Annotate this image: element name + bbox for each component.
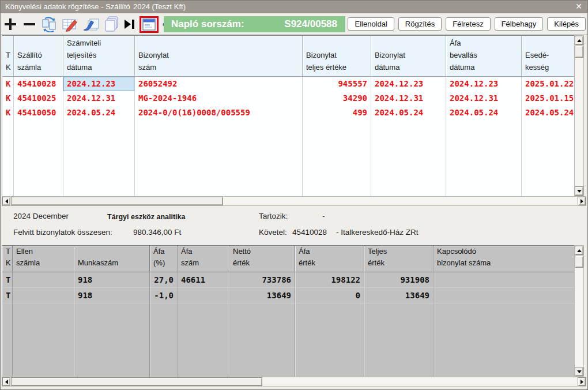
upper-vscroll-thumb[interactable]: [575, 46, 583, 58]
analytics-label: Tárgyi eszköz analitika: [107, 213, 185, 221]
add-record-icon[interactable]: [3, 17, 18, 32]
last-record-icon[interactable]: [123, 18, 135, 31]
col-header-afa-szam: Áfaszám: [178, 245, 229, 272]
lower-vscroll-thumb[interactable]: [575, 256, 583, 268]
cell-esedekesseg[interactable]: 2025.01.22: [522, 77, 575, 91]
invoice-grid: TK Szállítószámla Számviteliteljesítésdá…: [2, 35, 574, 196]
cell-tk[interactable]: T: [2, 288, 13, 303]
cell-bizonylat-szam[interactable]: MG-2024-1946: [135, 91, 303, 106]
toolbar-icons: [3, 13, 178, 35]
cell-afa-szam[interactable]: 46611: [178, 272, 229, 288]
cell-netto-ertek[interactable]: 13649: [229, 288, 295, 303]
cell-afa-pct[interactable]: 27,0: [150, 272, 178, 288]
window-title: Könyvelési adatok rögzítése - Szállító: [5, 2, 130, 11]
col-header-munkaszam: Munkaszám: [74, 245, 150, 272]
journal-number-bar: Napló sorszám: S924/00588: [164, 16, 345, 32]
total-label: Felvitt bizonylatok összesen:: [13, 228, 112, 237]
scroll-right-icon[interactable]: [578, 197, 586, 205]
edit-record-icon[interactable]: [62, 17, 78, 32]
scroll-up-icon[interactable]: [575, 246, 583, 255]
cell-szallito-szamla[interactable]: 45410050: [14, 106, 63, 120]
col-header-afa-pct: Áfa(%): [150, 245, 178, 272]
cell-teljesites-datum[interactable]: 2024.05.24: [63, 106, 135, 120]
scroll-right-icon[interactable]: [578, 377, 586, 386]
scroll-down-icon[interactable]: [575, 367, 583, 376]
lower-vertical-scrollbar[interactable]: [574, 245, 584, 377]
cell-esedekesseg[interactable]: 2024.05.24: [522, 106, 575, 120]
scroll-down-icon[interactable]: [575, 186, 583, 196]
col-header-bizonylat-datuma: Bizonylatdátuma: [371, 35, 446, 77]
cell-munkaszam[interactable]: 918: [74, 288, 150, 303]
cell-afa-pct[interactable]: -1,0: [150, 288, 178, 303]
cell-kapcsolodo[interactable]: [434, 272, 575, 288]
selected-cell-teljesites-datum[interactable]: 2024.12.23: [63, 77, 135, 91]
kilepes-button[interactable]: Kilépés: [547, 17, 586, 31]
col-header-bizonylat-szam: Bizonylatszám: [135, 35, 303, 77]
tartozik-label: Tartozik:: [259, 212, 288, 220]
copy-records-icon[interactable]: [41, 17, 58, 32]
cell-teljes-ertek[interactable]: 34290: [303, 91, 371, 106]
journal-number-label: Napló sorszám:: [171, 18, 244, 30]
sign-record-icon[interactable]: [82, 17, 99, 32]
scroll-left-icon[interactable]: [2, 197, 10, 205]
cell-bizonylat-datum[interactable]: 2024.12.23: [371, 77, 446, 91]
cell-teljesites-datum[interactable]: 2024.12.31: [63, 91, 135, 106]
cell-afa-bevallas-datum[interactable]: 2024.05.24: [446, 106, 522, 120]
upper-horizontal-scrollbar[interactable]: [2, 196, 586, 206]
scroll-up-icon[interactable]: [575, 36, 583, 45]
cell-munkaszam[interactable]: 918: [74, 272, 150, 288]
felretesz-button[interactable]: Félretesz: [446, 17, 490, 31]
cell-tk[interactable]: T: [2, 272, 13, 288]
cell-bizonylat-datum[interactable]: 2024.12.31: [371, 91, 446, 106]
cell-teljes-ertek[interactable]: 931908: [364, 272, 434, 288]
cell-szallito-szamla[interactable]: 45410025: [14, 91, 63, 106]
delete-record-icon[interactable]: [22, 17, 37, 32]
cell-bizonylat-szam[interactable]: 26052492: [135, 77, 303, 91]
col-header-kapcsolodo: Kapcsolódóbizonylat száma: [434, 245, 575, 272]
kovetel-label: Követel:: [259, 228, 287, 237]
lower-hscroll-thumb[interactable]: [11, 377, 262, 386]
col-header-afa-bevallas: Áfabevallásdátuma: [446, 35, 522, 77]
app-window: Könyvelési adatok rögzítése - Szállító 2…: [0, 0, 588, 390]
scroll-left-icon[interactable]: [2, 377, 10, 386]
cell-esedekesseg[interactable]: 2025.01.15: [522, 91, 575, 106]
cell-afa-ertek[interactable]: 0: [295, 288, 364, 303]
cell-tk[interactable]: K: [2, 91, 14, 106]
cell-afa-ertek[interactable]: 198122: [295, 272, 364, 288]
title-bar: Könyvelési adatok rögzítése - Szállító 2…: [1, 1, 587, 13]
cell-ellen-szamla[interactable]: [13, 272, 74, 288]
cell-tk[interactable]: K: [2, 77, 14, 91]
col-header-tk: TK: [2, 35, 14, 77]
lower-horizontal-scrollbar[interactable]: [2, 377, 586, 387]
cell-afa-bevallas-datum[interactable]: 2024.12.23: [446, 77, 522, 91]
col-header-bizonylat-teljes-erteke: Bizonylatteljes értéke: [303, 35, 371, 77]
cell-afa-bevallas-datum[interactable]: 2024.12.31: [446, 91, 522, 106]
cell-bizonylat-szam[interactable]: 2024-0/0(16)0008/005559: [135, 106, 303, 120]
felbehagy-button[interactable]: Félbehagy: [495, 17, 544, 31]
rogzites-button[interactable]: Rögzítés: [398, 17, 442, 31]
form-view-icon[interactable]: [142, 18, 156, 31]
toolbar-buttons: Ellenoldal Rögzítés Félretesz Félbehagy …: [348, 17, 586, 31]
tartozik-value: -: [322, 212, 325, 220]
cell-teljes-ertek[interactable]: 499: [303, 106, 371, 120]
cell-kapcsolodo[interactable]: [434, 288, 575, 303]
col-header-esedekesseg: Esedé-kesség: [522, 35, 575, 77]
cell-netto-ertek[interactable]: 733786: [229, 272, 295, 288]
upper-hscroll-thumb[interactable]: [11, 197, 223, 205]
cell-teljes-ertek[interactable]: 945557: [303, 77, 371, 91]
cell-tk[interactable]: K: [2, 106, 14, 120]
cell-bizonylat-datum[interactable]: 2024.05.24: [371, 106, 446, 120]
upper-vertical-scrollbar[interactable]: [574, 35, 584, 196]
close-icon[interactable]: ✕: [575, 2, 582, 11]
pages-stack-icon[interactable]: [103, 16, 119, 32]
cell-ellen-szamla[interactable]: [13, 288, 74, 303]
cell-teljes-ertek[interactable]: 13649: [364, 288, 434, 303]
ellenoldal-button[interactable]: Ellenoldal: [348, 17, 394, 31]
cell-afa-szam[interactable]: [178, 288, 229, 303]
journal-number-value: S924/00588: [284, 18, 337, 30]
cell-szallito-szamla[interactable]: 45410028: [14, 77, 63, 91]
summary-panel: 2024 December Tárgyi eszköz analitika Ta…: [1, 206, 587, 245]
col-header-afa-ertek: Áfaérték: [295, 245, 364, 272]
total-value: 980.346,00 Ft: [133, 228, 181, 237]
col-header-tk: TK: [2, 245, 13, 272]
